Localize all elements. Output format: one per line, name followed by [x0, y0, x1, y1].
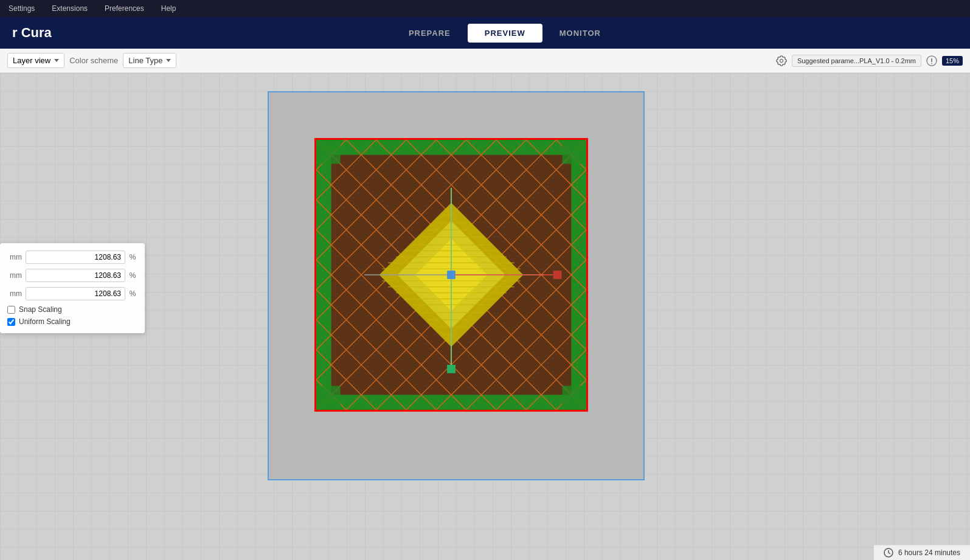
snap-scaling-label: Snap Scaling: [19, 305, 62, 314]
view-mode-select[interactable]: Layer view: [7, 53, 64, 68]
model-outer: [314, 138, 588, 412]
nav-tabs: PREPARE PREVIEW MONITOR: [392, 24, 618, 43]
scale-y-label: mm: [7, 271, 22, 280]
scale-y-row: mm %: [7, 269, 137, 282]
color-scheme-select[interactable]: Line Type: [123, 53, 176, 68]
app-title: r Cura: [12, 25, 52, 41]
snap-scaling-checkbox[interactable]: [7, 306, 15, 314]
menu-extensions[interactable]: Extensions: [48, 3, 91, 14]
view-mode-chevron-icon: [54, 59, 59, 62]
scale-y-input[interactable]: [26, 269, 125, 282]
status-bar: 6 hours 24 minutes: [874, 545, 970, 560]
toolbar-right: Suggested parame...PLA_V1.0 - 0.2mm 15%: [776, 55, 963, 67]
scale-z-unit: %: [128, 289, 137, 298]
uniform-scaling-row: Uniform Scaling: [7, 317, 137, 326]
svg-rect-83: [553, 271, 562, 279]
scale-z-input[interactable]: [26, 287, 125, 300]
svg-rect-7: [571, 140, 586, 410]
scale-x-input[interactable]: [26, 251, 125, 264]
svg-line-91: [889, 553, 890, 554]
tab-preview[interactable]: PREVIEW: [468, 24, 542, 43]
scale-x-row: mm %: [7, 251, 137, 264]
svg-rect-6: [316, 140, 331, 410]
svg-rect-88: [563, 386, 586, 410]
settings-icon[interactable]: [776, 55, 787, 66]
scale-y-unit: %: [128, 271, 137, 280]
svg-point-2: [931, 63, 932, 64]
title-bar: r Cura PREPARE PREVIEW MONITOR: [0, 17, 970, 49]
svg-rect-4: [316, 140, 586, 155]
scale-panel: mm % mm % mm % Snap Scaling Uniform Scal…: [0, 243, 145, 333]
menu-preferences[interactable]: Preferences: [101, 3, 148, 14]
svg-rect-5: [316, 395, 586, 410]
main-area: mm % mm % mm % Snap Scaling Uniform Scal…: [0, 73, 970, 560]
suggested-params-text: Suggested parame...PLA_V1.0 - 0.2mm: [797, 57, 916, 64]
menu-bar: Settings Extensions Preferences Help: [0, 0, 970, 17]
viewport[interactable]: 6 hours 24 minutes: [0, 73, 970, 560]
svg-rect-82: [447, 271, 456, 279]
suggested-params-button[interactable]: Suggested parame...PLA_V1.0 - 0.2mm: [792, 55, 921, 67]
svg-rect-87: [316, 386, 340, 410]
percentage-badge: 15%: [942, 56, 963, 66]
uniform-scaling-label: Uniform Scaling: [19, 317, 71, 326]
tab-monitor[interactable]: MONITOR: [542, 24, 618, 43]
color-scheme-label: Color scheme: [69, 56, 118, 65]
svg-rect-84: [447, 365, 456, 373]
menu-settings[interactable]: Settings: [5, 3, 38, 14]
view-mode-label: Layer view: [13, 56, 50, 65]
uniform-scaling-checkbox[interactable]: [7, 318, 15, 326]
warning-icon: [926, 55, 937, 66]
toolbar: Layer view Color scheme Line Type Sugges…: [0, 49, 970, 73]
clock-icon: [884, 548, 893, 558]
snap-scaling-row: Snap Scaling: [7, 305, 137, 314]
print-bed: [268, 91, 645, 480]
menu-help[interactable]: Help: [158, 3, 180, 14]
color-scheme-chevron-icon: [166, 59, 171, 62]
time-estimate: 6 hours 24 minutes: [898, 548, 960, 557]
tab-prepare[interactable]: PREPARE: [392, 24, 468, 43]
scale-z-label: mm: [7, 289, 22, 298]
color-scheme-value: Line Type: [128, 56, 162, 65]
scale-z-row: mm %: [7, 287, 137, 300]
model-visualization: [316, 140, 586, 410]
svg-rect-85: [316, 140, 340, 164]
scale-x-unit: %: [128, 253, 137, 261]
scale-x-label: mm: [7, 253, 22, 261]
svg-rect-86: [563, 140, 586, 164]
